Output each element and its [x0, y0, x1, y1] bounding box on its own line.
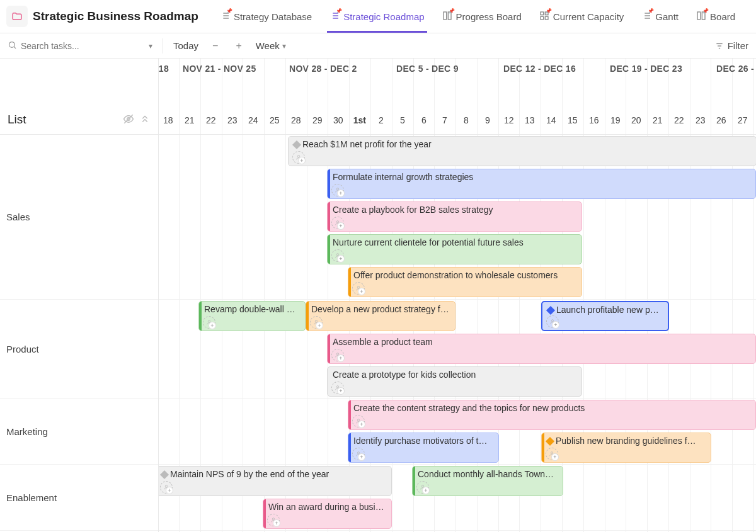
- svg-line-27: [14, 47, 16, 48]
- group-product[interactable]: Product: [0, 300, 158, 399]
- day-label: 24: [243, 115, 264, 125]
- task-bar[interactable]: Offer product demonstration to wholesale…: [348, 267, 582, 297]
- task-bar[interactable]: Formulate internal growth strategies: [327, 169, 756, 199]
- task-label: Publish new branding guidelines f…: [556, 436, 696, 446]
- grid-icon: 📌: [539, 11, 549, 23]
- day-label: 1st: [349, 115, 370, 125]
- week-selector[interactable]: Week ▾: [256, 40, 286, 51]
- tab-progress-board[interactable]: 📌Progress Board: [433, 0, 530, 33]
- task-label: Conduct monthly all-hands Town…: [418, 469, 554, 479]
- week-label: V 18: [159, 64, 169, 74]
- assignee-icon[interactable]: [352, 282, 365, 295]
- tab-strategy-database[interactable]: 📌Strategy Database: [211, 0, 321, 33]
- svg-rect-14: [541, 12, 544, 15]
- assignee-icon[interactable]: [310, 316, 323, 329]
- pin-icon: 📌: [546, 8, 552, 14]
- day-label: 13: [519, 115, 541, 125]
- list-header: List: [0, 59, 158, 135]
- list-icon: 📌: [329, 11, 340, 23]
- day-label: 27: [732, 115, 753, 125]
- task-label: Offer product demonstration to wholesale…: [353, 270, 558, 280]
- collapse-icon[interactable]: [139, 113, 151, 127]
- task-bar[interactable]: Create a prototype for kids collection: [327, 366, 582, 397]
- assignee-icon[interactable]: [292, 151, 305, 164]
- day-label: 21: [647, 115, 668, 125]
- list-icon: 📌: [641, 11, 651, 23]
- pin-icon: 📌: [226, 8, 232, 14]
- tab-board[interactable]: 📌Board: [687, 0, 744, 33]
- group-enablement[interactable]: Enablement: [0, 465, 158, 531]
- task-bar[interactable]: Create a playbook for B2B sales strategy: [327, 201, 582, 232]
- task-bar[interactable]: Develop a new product strategy f…: [306, 301, 455, 331]
- day-label: 16: [583, 115, 605, 125]
- svg-point-45: [551, 452, 553, 454]
- group-marketing[interactable]: Marketing: [0, 399, 158, 465]
- day-label: 5: [392, 115, 413, 125]
- day-label: 21: [179, 115, 200, 125]
- task-bar[interactable]: Maintain NPS of 9 by the end of the year: [159, 466, 392, 496]
- assignee-icon[interactable]: [203, 316, 215, 329]
- assignee-icon[interactable]: [331, 217, 344, 229]
- task-bar[interactable]: Create the content strategy and the topi…: [348, 400, 756, 430]
- svg-point-39: [315, 320, 317, 322]
- tab-strategic-roadmap[interactable]: 📌Strategic Roadmap: [321, 0, 433, 33]
- task-bar[interactable]: Conduct monthly all-hands Town…: [412, 466, 563, 496]
- task-bar[interactable]: Nurture current clientele for potential …: [327, 234, 582, 264]
- task-bar[interactable]: Revamp double-wall gl…: [198, 301, 306, 331]
- svg-point-44: [357, 452, 359, 454]
- board-icon: 📌: [696, 11, 706, 23]
- task-label: Create a playbook for B2B sales strategy: [333, 205, 493, 215]
- section-product: Revamp double-wall gl…Develop a new prod…: [159, 300, 756, 399]
- svg-point-40: [551, 320, 553, 322]
- svg-point-41: [336, 353, 338, 355]
- section-enablement: Maintain NPS of 9 by the end of the year…: [159, 465, 756, 531]
- tab-current-capacity[interactable]: 📌Current Capacity: [530, 0, 633, 33]
- assignee-icon[interactable]: [352, 415, 365, 427]
- assignee-icon[interactable]: [352, 448, 365, 460]
- svg-point-36: [336, 254, 338, 256]
- filter-icon: [715, 42, 724, 50]
- today-button[interactable]: Today: [173, 40, 198, 51]
- assignee-icon[interactable]: [160, 481, 173, 494]
- task-bar[interactable]: Reach $1M net profit for the year: [288, 136, 756, 166]
- assignee-icon[interactable]: [331, 382, 344, 394]
- filter-button[interactable]: Filter: [715, 40, 748, 51]
- day-label: 18: [159, 115, 179, 125]
- folder-icon[interactable]: [6, 6, 28, 27]
- minus-button[interactable]: −: [209, 39, 222, 53]
- tab-gantt[interactable]: 📌Gantt: [633, 0, 687, 33]
- timeline[interactable]: V 18NOV 21 - NOV 25NOV 28 - DEC 2DEC 5 -…: [159, 59, 756, 532]
- date-header: V 18NOV 21 - NOV 25NOV 28 - DEC 2DEC 5 -…: [159, 59, 756, 135]
- visibility-icon[interactable]: [123, 113, 134, 127]
- pin-icon: 📌: [449, 8, 455, 14]
- toolbar: ▾ Today − + Week ▾ Filter: [0, 33, 756, 59]
- chevron-down-icon[interactable]: ▾: [149, 42, 152, 50]
- day-label: 6: [413, 115, 435, 125]
- task-bar[interactable]: Launch profitable new p…: [541, 301, 669, 331]
- assignee-icon[interactable]: [331, 349, 344, 361]
- tab-label: Strategy Database: [234, 11, 312, 22]
- assignee-icon[interactable]: [416, 481, 429, 494]
- day-label: 23: [222, 115, 243, 125]
- plus-button[interactable]: +: [232, 39, 245, 53]
- week-label: Week: [256, 40, 280, 51]
- search-input[interactable]: [21, 41, 145, 51]
- assignee-icon[interactable]: [331, 249, 344, 262]
- group-sales[interactable]: Sales: [0, 135, 158, 300]
- tab-label: Current Capacity: [553, 11, 624, 22]
- search-box[interactable]: ▾: [8, 40, 152, 52]
- task-label: Develop a new product strategy f…: [311, 304, 449, 314]
- assignee-icon[interactable]: [546, 315, 559, 328]
- week-label: DEC 26 -: [716, 64, 754, 74]
- task-bar[interactable]: Publish new branding guidelines f…: [541, 433, 711, 463]
- task-label: Reach $1M net profit for the year: [302, 139, 432, 149]
- assignee-icon[interactable]: [331, 184, 344, 196]
- svg-point-35: [336, 221, 338, 223]
- task-label: Win an award during a busi…: [268, 502, 384, 512]
- task-bar[interactable]: Identify purchase motivators of t…: [348, 433, 499, 463]
- task-bar[interactable]: Win an award during a busi…: [263, 499, 392, 529]
- assignee-icon[interactable]: [267, 514, 280, 526]
- task-bar[interactable]: Assemble a product team: [327, 334, 756, 364]
- main: List Sales Product Marketing Enablement …: [0, 59, 756, 532]
- assignee-icon[interactable]: [546, 448, 558, 460]
